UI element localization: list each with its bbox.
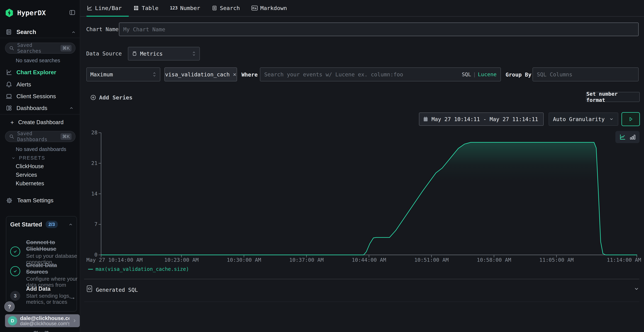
granularity-select[interactable]: Auto Granularity	[549, 112, 618, 126]
where-field[interactable]	[264, 71, 460, 78]
plus-icon: +	[10, 119, 14, 126]
data-source-select[interactable]: Metrics	[128, 47, 200, 60]
tab-label: Line/Bar	[95, 5, 122, 11]
aggregation-value: Maximum	[90, 71, 150, 78]
granularity-value: Auto Granularity	[553, 116, 605, 122]
calendar-icon	[423, 116, 428, 122]
expand-sql-chevron-icon[interactable]	[634, 286, 639, 292]
aggregation-select[interactable]: Maximum	[86, 68, 160, 82]
get-started-collapse-chevron-icon[interactable]	[68, 222, 73, 227]
sidebar-item-team-settings[interactable]: Team Settings	[6, 197, 54, 204]
dashboards-label: Dashboards	[16, 105, 48, 112]
preset-services[interactable]: Services	[16, 172, 37, 178]
sidebar: HyperDX Search	[0, 0, 80, 332]
preset-kubernetes[interactable]: Kubernetes	[16, 180, 44, 187]
saved-dashboards-input[interactable]: Saved Dashboards ⌘K	[5, 131, 76, 142]
sidebar-item-dashboards[interactable]: Dashboards	[0, 103, 80, 113]
presets-chevron-down-icon	[11, 156, 16, 160]
saved-searches-input[interactable]: Saved Searches ⌘K	[5, 42, 76, 54]
sql-toggle[interactable]: SQL	[462, 71, 471, 78]
presets-header[interactable]: PRESETS	[11, 155, 45, 161]
section-divider	[84, 279, 639, 279]
x-axis-tick-label: 10:58:00 AM	[467, 257, 521, 263]
metric-token-label: visa_validation_cach	[165, 71, 230, 78]
tab-label: Search	[220, 5, 240, 11]
y-axis-tick-label: 21	[80, 160, 98, 166]
search-collapse-chevron-icon[interactable]	[71, 30, 76, 34]
search-section-icon	[6, 29, 12, 35]
get-started-panel: Get Started 2/3 Connect to ClickHouse Se…	[6, 216, 77, 312]
gear-icon	[6, 197, 12, 204]
generated-sql-label: Generated SQL	[96, 287, 138, 293]
generated-sql-section[interactable]: Generated SQL	[80, 282, 644, 296]
get-started-item-datasources[interactable]: Create Data Sources Configure where your…	[10, 262, 78, 288]
group-by-field[interactable]	[537, 71, 634, 78]
set-number-format-button[interactable]: Set number format	[586, 92, 640, 102]
alerts-label: Alerts	[16, 81, 31, 88]
search-icon	[9, 134, 14, 139]
get-started-header[interactable]: Get Started 2/3	[10, 221, 73, 228]
alerts-bell-icon	[6, 81, 12, 88]
collapse-sidebar-icon[interactable]	[69, 9, 76, 16]
sidebar-item-client-sessions[interactable]: Client Sessions	[0, 91, 80, 101]
sidebar-item-alerts[interactable]: Alerts	[0, 80, 80, 90]
tab-label: Markdown	[260, 5, 287, 11]
x-axis-tick-label: 10:37:00 AM	[280, 257, 333, 263]
tab-number[interactable]: 123 Number	[170, 0, 200, 16]
saved-searches-shortcut: ⌘K	[60, 45, 72, 52]
help-button[interactable]: ?	[4, 302, 15, 312]
active-tab-indicator	[86, 16, 129, 17]
partial-bottom-text[interactable]: Cloud?	[33, 330, 49, 332]
legend-swatch	[88, 269, 93, 270]
get-started-item-add-data[interactable]: 3 Add Data Start sending logs, metrics, …	[10, 286, 78, 305]
y-axis-tick-label: 14	[80, 191, 98, 197]
no-saved-searches-text: No saved searches	[16, 58, 60, 64]
tabbar-divider	[80, 16, 644, 17]
chart-legend[interactable]: max(visa_validation_cache.size)	[88, 266, 189, 272]
create-dashboard-button[interactable]: + Create Dashboard	[0, 117, 80, 127]
tab-search[interactable]: Search	[212, 0, 240, 16]
get-started-item-connect[interactable]: Connect to ClickHouse Set up your databa…	[10, 239, 78, 265]
line-chart-icon	[86, 5, 92, 11]
sidebar-section-search[interactable]: Search	[6, 28, 36, 36]
step-number-badge: 3	[10, 291, 20, 301]
add-series-button[interactable]: Add Series	[90, 92, 132, 103]
check-circle-icon	[10, 266, 20, 276]
line-chart[interactable]	[101, 133, 637, 255]
tab-markdown[interactable]: Markdown	[251, 0, 287, 16]
preset-clickhouse[interactable]: ClickHouse	[16, 163, 44, 170]
search-icon	[9, 46, 14, 51]
x-axis-labels: May 27 10:14:00 AM10:23:00 AM10:30:00 AM…	[101, 257, 637, 264]
legend-label: max(visa_validation_cache.size)	[96, 266, 189, 272]
group-by-input[interactable]	[532, 68, 639, 82]
metric-field-token[interactable]: visa_validation_cach ×	[164, 68, 237, 82]
saved-dashboards-shortcut: ⌘K	[60, 133, 72, 140]
tab-table[interactable]: Table	[133, 0, 158, 16]
series-area	[101, 142, 637, 255]
where-input[interactable]: SQL | Lucene	[260, 68, 501, 82]
sidebar-item-chart-explorer[interactable]: Chart Explorer	[0, 67, 80, 77]
lucene-toggle[interactable]: Lucene	[478, 71, 496, 78]
hyperdx-logo-icon	[5, 8, 13, 17]
chart-name-input[interactable]	[119, 22, 639, 36]
run-query-button[interactable]	[622, 112, 640, 126]
code-icon	[86, 285, 92, 292]
logo[interactable]: HyperDX	[5, 8, 46, 17]
remove-metric-icon[interactable]: ×	[233, 71, 236, 78]
x-axis-tick-label: 10:30:00 AM	[217, 257, 271, 263]
user-email: dale@clickhouse.com	[20, 315, 70, 321]
chart-name-field[interactable]	[123, 26, 634, 32]
tab-line-bar[interactable]: Line/Bar	[86, 0, 122, 16]
main-content: Line/Bar Table 123 Number	[80, 0, 644, 332]
get-started-item-title: Create Data Sources	[26, 262, 78, 275]
check-circle-icon	[10, 246, 20, 256]
tab-label: Number	[180, 5, 200, 11]
saved-searches-placeholder: Saved Searches	[17, 42, 58, 54]
client-sessions-laptop-icon	[6, 93, 12, 100]
select-chevrons-icon	[192, 51, 196, 56]
user-subtitle: dale@clickhouse.com's	[20, 321, 70, 326]
date-range-picker[interactable]: May 27 10:14:11 - May 27 11:14:11	[419, 112, 544, 126]
where-label: Where	[242, 72, 258, 78]
dashboards-collapse-chevron-icon[interactable]	[69, 106, 74, 110]
user-menu[interactable]: D dale@clickhouse.com dale@clickhouse.co…	[5, 314, 80, 327]
